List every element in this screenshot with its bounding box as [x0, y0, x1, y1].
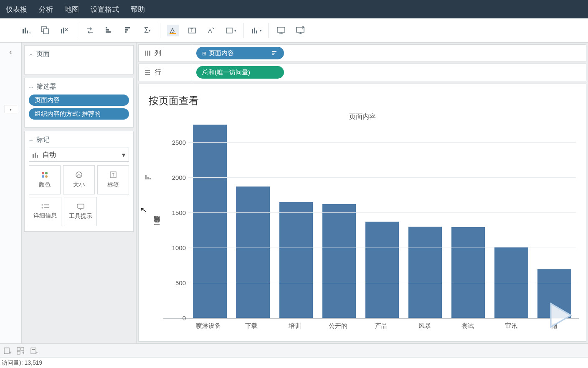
- svg-rect-25: [37, 155, 38, 158]
- filters-title: 筛选器: [36, 82, 56, 91]
- sort-asc-icon[interactable]: [103, 25, 115, 36]
- menu-analysis[interactable]: 分析: [39, 5, 53, 14]
- y-tick-label: 500: [175, 279, 186, 286]
- label-icon[interactable]: T: [186, 25, 198, 36]
- menu-format[interactable]: 设置格式: [91, 5, 119, 14]
- annotate-icon[interactable]: [205, 25, 217, 36]
- presentation-icon[interactable]: [276, 25, 287, 36]
- x-tick-label: 公开的: [317, 319, 360, 330]
- chart-plot[interactable]: 05001000150020002500: [163, 125, 579, 319]
- fit-icon[interactable]: ▾: [225, 25, 236, 36]
- x-tick-label: 尝试: [446, 319, 489, 330]
- new-dashboard-icon[interactable]: +: [17, 347, 24, 355]
- svg-rect-18: [252, 29, 253, 33]
- columns-pill[interactable]: ⊞页面内容: [196, 47, 284, 59]
- chevron-up-icon[interactable]: ︿: [29, 136, 34, 143]
- detail-icon: [41, 204, 49, 210]
- marks-label[interactable]: T 标签: [97, 165, 129, 194]
- svg-point-36: [42, 207, 43, 209]
- sheet-tabs: + + +: [0, 343, 588, 358]
- svg-rect-44: [272, 54, 274, 55]
- status-text: 访问量): 13,519: [2, 359, 42, 367]
- side-panel: ︿页面 ︿筛选器 页面内容 组织内容的方式: 推荐的 ︿标记 自动 ▾ 颜色: [22, 43, 137, 343]
- columns-icon: [144, 50, 150, 56]
- y-tick-label: 1500: [172, 209, 186, 216]
- bar[interactable]: [193, 125, 226, 318]
- svg-point-27: [45, 172, 48, 174]
- marks-size[interactable]: 大小: [63, 165, 95, 194]
- chevron-up-icon[interactable]: ︿: [29, 83, 34, 90]
- bar[interactable]: [451, 227, 485, 318]
- svg-rect-17: [226, 28, 232, 33]
- status-bar: 访问量): 13,519: [0, 358, 588, 368]
- size-icon: [75, 171, 83, 179]
- axis-sort-icon[interactable]: [145, 175, 151, 181]
- svg-text:+: +: [9, 350, 11, 355]
- svg-rect-48: [145, 175, 147, 179]
- columns-shelf[interactable]: 列 ⊞页面内容: [138, 44, 586, 62]
- main-menu: 仪表板 分析 地图 设置格式 帮助: [0, 0, 588, 18]
- bar-chart-icon: [33, 152, 39, 158]
- x-tick-label: 下载: [230, 319, 274, 330]
- svg-rect-8: [106, 27, 107, 28]
- dropdown-stub[interactable]: ▾: [5, 105, 17, 113]
- filter-pill-page-content[interactable]: 页面内容: [29, 95, 129, 106]
- marks-color[interactable]: 颜色: [29, 165, 61, 194]
- bar[interactable]: [279, 202, 313, 318]
- y-tick-label: 2000: [172, 174, 186, 181]
- svg-text:+: +: [29, 31, 30, 35]
- filter-pill-organize[interactable]: 组织内容的方式: 推荐的: [29, 108, 129, 120]
- new-sheet-icon[interactable]: +: [3, 347, 11, 355]
- play-overlay-icon: [543, 299, 578, 332]
- menu-help[interactable]: 帮助: [131, 5, 145, 14]
- x-tick-label: 培训: [273, 319, 317, 330]
- new-worksheet-icon[interactable]: +: [20, 25, 32, 36]
- expand-data-pane-icon[interactable]: ‹: [10, 48, 12, 56]
- mark-type-select[interactable]: 自动 ▾: [29, 148, 129, 162]
- share-icon[interactable]: [295, 25, 307, 36]
- filters-card: ︿筛选器 页面内容 组织内容的方式: 推荐的: [24, 78, 134, 128]
- new-story-icon[interactable]: +: [30, 347, 38, 355]
- svg-point-31: [78, 175, 80, 177]
- bar[interactable]: [365, 222, 399, 318]
- svg-rect-42: [272, 51, 276, 52]
- svg-rect-6: [61, 29, 62, 33]
- svg-rect-49: [147, 177, 149, 179]
- marks-tooltip[interactable]: 工具提示: [64, 197, 96, 226]
- svg-rect-37: [44, 207, 49, 208]
- rows-shelf[interactable]: 行 总和(唯一访问量): [138, 64, 586, 81]
- duplicate-icon[interactable]: [39, 25, 51, 36]
- svg-rect-58: [32, 349, 35, 350]
- svg-rect-39: [145, 51, 146, 56]
- svg-rect-14: [170, 33, 176, 34]
- svg-point-26: [42, 172, 44, 174]
- svg-rect-0: [23, 29, 24, 33]
- marks-card: ︿标记 自动 ▾ 颜色 大小 T 标签: [24, 131, 134, 232]
- svg-text:T: T: [112, 173, 114, 177]
- clear-icon[interactable]: [58, 25, 70, 36]
- color-icon: [41, 171, 48, 179]
- highlight-icon[interactable]: [167, 25, 179, 36]
- svg-rect-50: [150, 178, 151, 179]
- svg-rect-45: [145, 70, 150, 71]
- y-tick-label: 1000: [172, 244, 186, 251]
- svg-rect-10: [106, 31, 111, 33]
- marks-detail[interactable]: 详细信息: [29, 197, 61, 226]
- text-icon: T: [109, 171, 117, 179]
- y-tick-label: 0: [182, 314, 186, 322]
- menu-map[interactable]: 地图: [65, 5, 79, 14]
- svg-text:+: +: [35, 350, 38, 355]
- sort-indicator-icon: [272, 50, 278, 56]
- show-me-icon[interactable]: ▾: [250, 25, 262, 36]
- bar[interactable]: [408, 227, 442, 318]
- menu-dashboard[interactable]: 仪表板: [6, 5, 27, 14]
- rows-pill[interactable]: 总和(唯一访问量): [196, 66, 284, 79]
- totals-icon[interactable]: Σ▾: [142, 25, 153, 36]
- x-tick-label: 喷淋设备: [187, 319, 230, 330]
- svg-rect-43: [272, 53, 275, 54]
- sort-desc-icon[interactable]: [122, 25, 134, 36]
- chevron-up-icon[interactable]: ︿: [29, 51, 34, 58]
- swap-icon[interactable]: [84, 25, 96, 36]
- bar[interactable]: [236, 187, 269, 318]
- bar[interactable]: [322, 204, 356, 318]
